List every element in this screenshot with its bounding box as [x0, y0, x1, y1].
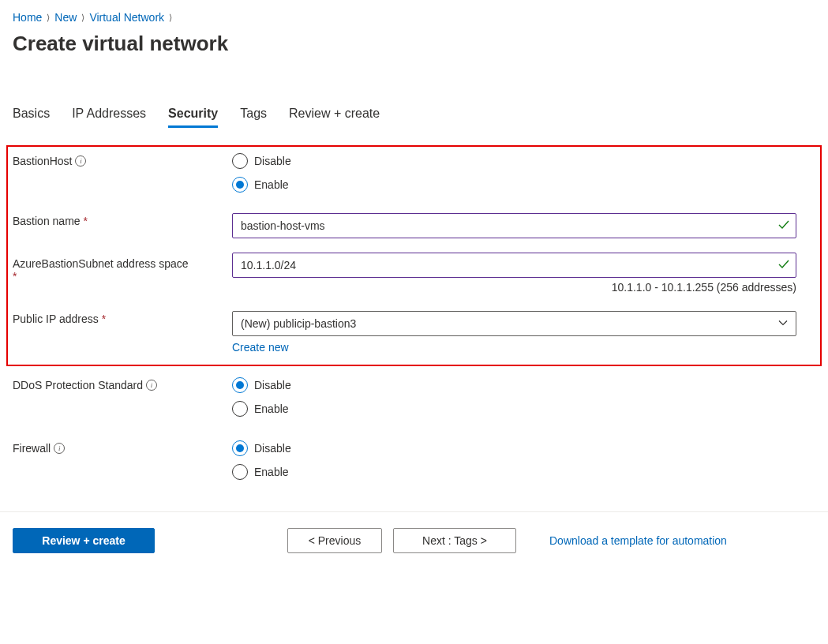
firewall-label: Firewall i	[13, 440, 232, 455]
checkmark-icon	[777, 219, 790, 234]
chevron-right-icon: ⟩	[47, 13, 50, 23]
tab-security[interactable]: Security	[168, 107, 218, 128]
firewall-row: Firewall i Disable Enable	[13, 440, 815, 480]
bastion-subnet-row: AzureBastionSubnet address space * 10.1.…	[13, 253, 815, 294]
tab-ip-addresses[interactable]: IP Addresses	[72, 107, 146, 128]
bastion-name-row: Bastion name *	[13, 213, 815, 238]
footer-divider	[0, 511, 828, 512]
checkmark-icon	[777, 258, 790, 273]
radio-checked-icon	[232, 440, 248, 456]
bastion-subnet-input[interactable]	[232, 253, 796, 278]
required-asterisk: *	[13, 270, 17, 283]
next-button[interactable]: Next : Tags >	[393, 528, 516, 553]
ddos-radio-group: Disable Enable	[232, 377, 796, 417]
radio-checked-icon	[232, 177, 248, 193]
required-asterisk: *	[102, 313, 106, 325]
public-ip-row: Public IP address * (New) publicip-basti…	[13, 311, 815, 354]
ddos-disable-radio[interactable]: Disable	[232, 377, 796, 393]
breadcrumb: Home ⟩ New ⟩ Virtual Network ⟩	[13, 11, 815, 24]
breadcrumb-home[interactable]: Home	[13, 11, 42, 24]
firewall-enable-radio[interactable]: Enable	[232, 464, 796, 480]
create-new-public-ip-link[interactable]: Create new	[232, 341, 289, 354]
info-icon[interactable]: i	[146, 380, 157, 391]
bastion-host-row: BastionHost i Disable Enable	[13, 153, 815, 193]
ddos-row: DDoS Protection Standard i Disable Enabl…	[13, 377, 815, 417]
info-icon[interactable]: i	[54, 443, 65, 454]
previous-button[interactable]: < Previous	[287, 528, 382, 553]
bastion-host-disable-radio[interactable]: Disable	[232, 153, 796, 169]
chevron-right-icon: ⟩	[81, 13, 84, 23]
breadcrumb-virtual-network[interactable]: Virtual Network	[89, 11, 164, 24]
bastion-host-enable-radio[interactable]: Enable	[232, 177, 796, 193]
bastion-host-radio-group: Disable Enable	[232, 153, 796, 193]
bastion-name-label: Bastion name *	[13, 213, 232, 227]
footer-bar: Review + create < Previous Next : Tags >…	[13, 528, 815, 553]
ddos-enable-radio[interactable]: Enable	[232, 401, 796, 417]
download-template-link[interactable]: Download a template for automation	[549, 534, 727, 547]
required-asterisk: *	[84, 215, 88, 227]
public-ip-label: Public IP address *	[13, 311, 232, 325]
breadcrumb-new[interactable]: New	[54, 11, 77, 24]
chevron-down-icon	[778, 317, 788, 330]
bastion-host-label: BastionHost i	[13, 153, 232, 167]
firewall-disable-radio[interactable]: Disable	[232, 440, 796, 456]
bastion-subnet-label: AzureBastionSubnet address space *	[13, 253, 232, 283]
radio-icon	[232, 464, 248, 480]
tab-tags[interactable]: Tags	[240, 107, 267, 128]
bastion-subnet-helper: 10.1.1.0 - 10.1.1.255 (256 addresses)	[232, 281, 796, 294]
radio-icon	[232, 153, 248, 169]
public-ip-select[interactable]: (New) publicip-bastion3	[232, 311, 796, 336]
bastion-highlight-box: BastionHost i Disable Enable Bastion nam…	[6, 145, 822, 366]
chevron-right-icon: ⟩	[169, 13, 172, 23]
tab-list: Basics IP Addresses Security Tags Review…	[13, 107, 815, 128]
radio-icon	[232, 401, 248, 417]
page-title: Create virtual network	[13, 32, 815, 56]
firewall-radio-group: Disable Enable	[232, 440, 796, 480]
tab-review-create[interactable]: Review + create	[289, 107, 380, 128]
tab-basics[interactable]: Basics	[13, 107, 50, 128]
review-create-button[interactable]: Review + create	[13, 528, 155, 553]
ddos-label: DDoS Protection Standard i	[13, 377, 232, 391]
radio-checked-icon	[232, 377, 248, 393]
info-icon[interactable]: i	[75, 155, 86, 167]
bastion-name-input[interactable]	[232, 213, 796, 238]
